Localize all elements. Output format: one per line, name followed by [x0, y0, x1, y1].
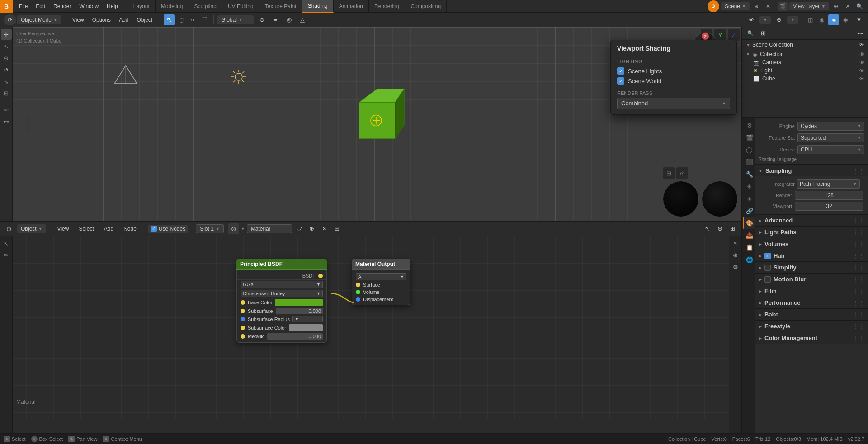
- node-align-btn[interactable]: ⊞: [727, 223, 738, 234]
- snap-magnet-btn[interactable]: ⊙: [256, 14, 267, 25]
- advanced-section-head[interactable]: Advanced ⋮⋮: [755, 214, 868, 226]
- color-mgmt-section-head[interactable]: Color Management ⋮⋮: [755, 332, 868, 344]
- scene-world-checkbox[interactable]: ✓: [617, 77, 624, 85]
- volume-in-socket[interactable]: [356, 290, 360, 294]
- material-output-node[interactable]: Material Output All ▼ Surface: [352, 259, 410, 305]
- metallic-value[interactable]: 0.000: [267, 333, 323, 340]
- outliner-restrict-btn[interactable]: ⊷: [854, 28, 865, 39]
- annotate-tool-btn[interactable]: ✏: [1, 104, 12, 115]
- solid-mode-btn[interactable]: ◉: [816, 14, 827, 25]
- tab-animation[interactable]: Animation: [334, 0, 369, 13]
- node-add-menu[interactable]: Add: [100, 224, 117, 233]
- menu-edit[interactable]: Edit: [32, 2, 49, 10]
- camera-item[interactable]: 📷 Camera 👁: [742, 58, 868, 66]
- collection-item[interactable]: ▼ ◉ Collection 👁: [742, 50, 868, 58]
- tab-uv-editing[interactable]: UV Editing: [222, 0, 259, 13]
- output-props-icon[interactable]: 📤: [743, 229, 755, 241]
- render-samples-input[interactable]: 128: [795, 191, 863, 200]
- select-box-tool[interactable]: ⬚: [175, 14, 186, 25]
- node-node-menu[interactable]: Node: [120, 224, 140, 233]
- freestyle-section-head[interactable]: Freestyle ⋮⋮: [755, 320, 868, 332]
- slot-selector[interactable]: Slot 1 ▼: [196, 224, 224, 233]
- rendered-mode-btn[interactable]: ◉: [840, 14, 851, 25]
- node-settings-btn[interactable]: ⚙: [730, 261, 741, 272]
- light-paths-section-head[interactable]: Light Paths ⋮⋮: [755, 226, 868, 238]
- material-delete-btn[interactable]: ✕: [319, 223, 330, 234]
- move-tool-btn[interactable]: ⊕: [1, 52, 12, 63]
- viewport-overlay-btn[interactable]: 👁: [746, 14, 757, 25]
- node-snap-btn[interactable]: ↖: [702, 223, 712, 234]
- viewport-samples-input[interactable]: 32: [795, 202, 863, 211]
- select-circle-tool[interactable]: ○: [187, 14, 198, 25]
- active-tool-icon[interactable]: ⚙: [743, 119, 755, 131]
- hair-section-head[interactable]: ✓ Hair ⋮⋮: [755, 250, 868, 261]
- camera-object[interactable]: [112, 63, 139, 87]
- preview-grid-icon[interactable]: ⊞: [663, 167, 675, 179]
- props-collapse-btn[interactable]: ‹: [741, 269, 742, 282]
- node-view-btn[interactable]: ↖: [730, 238, 741, 249]
- object-props-icon[interactable]: ⬛: [743, 156, 755, 168]
- outliner-filter-btn[interactable]: 🔍: [745, 28, 756, 39]
- viewport-gizmo-dropdown[interactable]: ▼: [787, 16, 798, 24]
- scene-props-icon[interactable]: 🎬: [743, 132, 755, 143]
- transform-space-dropdown[interactable]: Global ▼: [217, 15, 254, 24]
- tab-modeling[interactable]: Modeling: [156, 0, 189, 13]
- material-shield-btn[interactable]: 🛡: [294, 223, 305, 234]
- engine-dropdown[interactable]: Cycles ▼: [797, 122, 864, 131]
- cube-object[interactable]: [341, 77, 413, 151]
- material-copy-btn[interactable]: ⊕: [307, 223, 317, 234]
- light-visibility[interactable]: 👁: [859, 68, 864, 73]
- cube-item[interactable]: ⬜ Cube 👁: [742, 75, 868, 83]
- displacement-in-socket[interactable]: [356, 297, 360, 302]
- tab-texture-paint[interactable]: Texture Paint: [259, 0, 302, 13]
- distribution-dropdown[interactable]: GGX ▼: [241, 281, 323, 288]
- bake-section-head[interactable]: Bake ⋮⋮: [755, 308, 868, 320]
- tab-sculpting[interactable]: Sculpting: [189, 0, 222, 13]
- select-tool-btn[interactable]: ↖: [1, 41, 12, 52]
- node-select-menu[interactable]: Select: [75, 224, 97, 233]
- particle-icon[interactable]: ✳: [743, 180, 755, 192]
- copy-scene-btn[interactable]: ⊕: [751, 1, 761, 11]
- node-canvas[interactable]: Principled BSDF BSDF GGX ▼: [13, 236, 729, 419]
- tab-shading[interactable]: Shading: [302, 0, 334, 13]
- scene-lights-checkbox[interactable]: ✓: [617, 67, 624, 75]
- simplify-section-head[interactable]: Simplify ⋮⋮: [755, 261, 868, 273]
- subsurface-method-dropdown[interactable]: Christensen-Burley ▼: [241, 290, 323, 297]
- use-nodes-toggle[interactable]: ✓ Use Nodes: [148, 225, 188, 233]
- bsdf-output-socket[interactable]: [318, 274, 323, 278]
- view-layer-selector[interactable]: View Layer ▼: [789, 2, 829, 10]
- object-menu[interactable]: Object: [133, 15, 156, 24]
- node-object-dropdown[interactable]: Object ▼: [17, 224, 46, 233]
- scene-selector[interactable]: Scene ▼: [721, 2, 750, 10]
- preview-settings-icon[interactable]: ⊙: [676, 167, 688, 179]
- motion-blur-checkbox[interactable]: [764, 276, 771, 283]
- select-menu[interactable]: Options: [89, 15, 114, 24]
- surface-in-socket[interactable]: [356, 283, 360, 287]
- material-name-input[interactable]: Material: [247, 224, 292, 233]
- tab-compositing[interactable]: Compositing: [405, 0, 447, 13]
- material-preview-btn[interactable]: ⊙: [228, 223, 239, 234]
- hair-checkbox[interactable]: ✓: [764, 253, 771, 259]
- light-item[interactable]: ☀ Light 👁: [742, 66, 868, 75]
- transform-tool-btn[interactable]: ⊞: [1, 88, 12, 99]
- node-annotate-tool[interactable]: ✏: [1, 250, 12, 260]
- physics-icon[interactable]: ◈: [743, 193, 755, 204]
- volumes-section-head[interactable]: Volumes ⋮⋮: [755, 238, 868, 250]
- cube-visibility[interactable]: 👁: [859, 76, 864, 81]
- world-props-icon[interactable]: ◯: [743, 144, 755, 156]
- viewport-overlay-dropdown[interactable]: ▼: [760, 16, 771, 24]
- sampling-section-head[interactable]: Sampling ⋮ ⋮: [755, 165, 868, 176]
- base-color-socket[interactable]: [241, 300, 245, 305]
- menu-file[interactable]: File: [15, 2, 31, 10]
- constraints-icon[interactable]: 🔗: [743, 205, 755, 217]
- node-editor-mode-icon[interactable]: ⊙: [4, 223, 14, 234]
- subsurface-radius-dropdown[interactable]: ▼: [292, 316, 323, 322]
- menu-window[interactable]: Window: [75, 2, 102, 10]
- view-layer-icon[interactable]: 📋: [743, 241, 755, 253]
- collection-eye-icon[interactable]: 👁: [859, 42, 864, 48]
- modifier-icon[interactable]: 🔧: [743, 168, 755, 180]
- subsurface-value[interactable]: 0.000: [276, 308, 323, 314]
- view-menu[interactable]: View: [69, 15, 88, 24]
- snap-settings-btn[interactable]: ≡: [270, 14, 281, 25]
- render-props-icon[interactable]: 🎨: [743, 217, 755, 229]
